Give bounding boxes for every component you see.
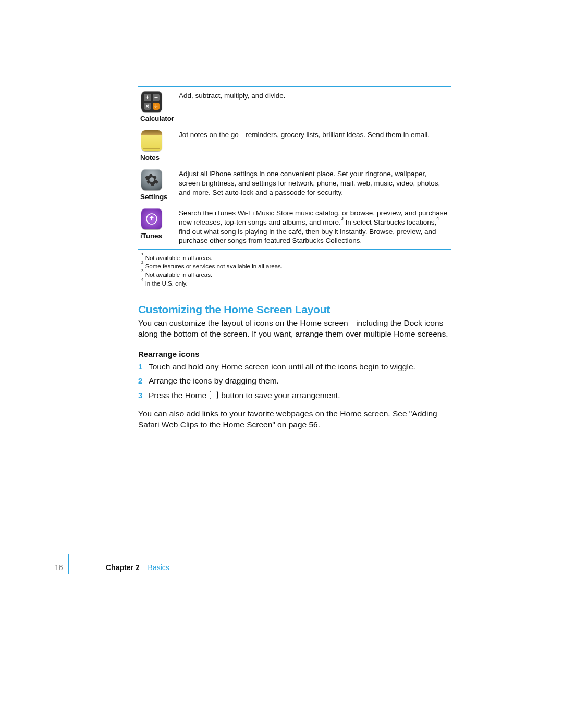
footnote: 4 In the U.S. only. xyxy=(141,279,451,288)
notes-icon xyxy=(141,130,162,151)
icon-cell-calculator: +−×÷ Calculator xyxy=(138,91,179,122)
step-number: 3 xyxy=(138,391,149,400)
desc-text: In select Starbucks locations, xyxy=(344,218,437,226)
icon-cell-notes: Notes xyxy=(138,130,179,162)
itunes-icon xyxy=(141,208,162,229)
body-text: You can also add links to your favorite … xyxy=(138,409,451,430)
icon-cell-itunes: iTunes xyxy=(138,208,179,240)
app-description: Add, subtract, multiply, and divide. xyxy=(179,91,451,101)
footnote-num: 2 xyxy=(141,260,143,265)
footnote-text: Not available in all areas. xyxy=(145,272,213,278)
step-number: 1 xyxy=(138,362,149,371)
ordered-steps: 1 Touch and hold any Home screen icon un… xyxy=(138,362,451,401)
footnote: 3 Not available in all areas. xyxy=(141,270,451,279)
chapter-label: Chapter 2 xyxy=(106,563,140,572)
table-row: iTunes Search the iTunes Wi-Fi Music Sto… xyxy=(138,204,451,249)
app-label: Calculator xyxy=(140,115,174,122)
footnote-num: 1 xyxy=(141,252,143,256)
footnote-text: Some features or services not available … xyxy=(145,263,283,269)
table-row: Notes Jot notes on the go—reminders, gro… xyxy=(138,126,451,165)
calculator-icon: +−×÷ xyxy=(141,91,162,112)
list-item: 1 Touch and hold any Home screen icon un… xyxy=(138,362,451,373)
footnote-text: In the U.S. only. xyxy=(145,280,188,287)
step-text-part: button to save your arrangement. xyxy=(221,390,340,401)
footnote-text: Not available in all areas. xyxy=(145,255,213,261)
table-row: +−×÷ Calculator Add, subtract, multiply,… xyxy=(138,87,451,126)
list-item: 2 Arrange the icons by dragging them. xyxy=(138,376,451,387)
sub-heading: Rearrange icons xyxy=(138,350,451,359)
footnote: 2 Some features or services not availabl… xyxy=(141,262,451,270)
section-heading: Customizing the Home Screen Layout xyxy=(138,303,451,316)
chapter-name: Basics xyxy=(148,563,169,572)
app-description: Adjust all iPhone settings in one conven… xyxy=(179,169,451,197)
app-description: Jot notes on the go—reminders, grocery l… xyxy=(179,130,451,140)
step-text: Arrange the icons by dragging them. xyxy=(149,376,279,387)
step-number: 2 xyxy=(138,376,149,385)
icon-cell-settings: Settings xyxy=(138,169,179,201)
home-button-icon xyxy=(210,391,218,399)
rule-bottom xyxy=(138,249,451,250)
list-item: 3 Press the Home button to save your arr… xyxy=(138,390,451,401)
app-label: Notes xyxy=(140,154,160,162)
body-text: You can customize the layout of icons on… xyxy=(138,318,451,340)
step-text: Touch and hold any Home screen icon unti… xyxy=(149,362,415,373)
app-description: Search the iTunes Wi-Fi Music Store musi… xyxy=(179,208,451,245)
desc-text: find out what song is playing in the caf… xyxy=(179,228,436,245)
footnote-ref: 4 xyxy=(436,216,439,221)
step-text: Press the Home button to save your arran… xyxy=(149,390,340,401)
step-text-part: Press the Home xyxy=(149,390,206,401)
settings-icon xyxy=(141,169,162,190)
footnotes-block: 1 Not available in all areas. 2 Some fea… xyxy=(141,254,451,287)
page-footer: 16 Chapter 2 Basics xyxy=(55,560,456,575)
app-label: Settings xyxy=(140,193,167,201)
table-row: Settings Adjust all iPhone settings in o… xyxy=(138,165,451,204)
footnote-num: 4 xyxy=(141,277,143,282)
page-number: 16 xyxy=(55,563,72,572)
footnote-num: 3 xyxy=(141,268,143,273)
footer-rule xyxy=(68,554,69,574)
app-label: iTunes xyxy=(140,232,162,240)
footnote-ref: 3 xyxy=(341,216,344,221)
page-content: +−×÷ Calculator Add, subtract, multiply,… xyxy=(138,86,451,431)
footnote: 1 Not available in all areas. xyxy=(141,254,451,262)
